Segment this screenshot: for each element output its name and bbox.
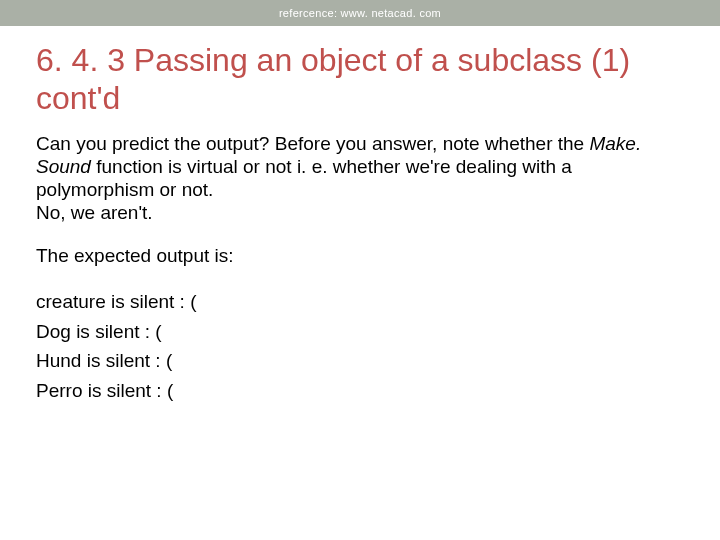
slide-title: 6. 4. 3 Passing an object of a subclass … — [36, 42, 684, 118]
body-text: Can you predict the output? Before you a… — [36, 132, 684, 268]
expected-label: The expected output is: — [36, 244, 684, 267]
output-line: Hund is silent : ( — [36, 346, 684, 375]
output-line: Dog is silent : ( — [36, 317, 684, 346]
p1-post: function is virtual or not i. e. whether… — [36, 156, 572, 200]
paragraph-1: Can you predict the output? Before you a… — [36, 132, 684, 225]
p1-line2: No, we aren't. — [36, 202, 153, 223]
slide-content: 6. 4. 3 Passing an object of a subclass … — [0, 26, 720, 405]
output-line: Perro is silent : ( — [36, 376, 684, 405]
p1-pre: Can you predict the output? Before you a… — [36, 133, 589, 154]
output-block: creature is silent : ( Dog is silent : (… — [36, 287, 684, 405]
header-bar: refercence: www. netacad. com — [0, 0, 720, 26]
reference-text: refercence: www. netacad. com — [279, 7, 441, 19]
output-line: creature is silent : ( — [36, 287, 684, 316]
